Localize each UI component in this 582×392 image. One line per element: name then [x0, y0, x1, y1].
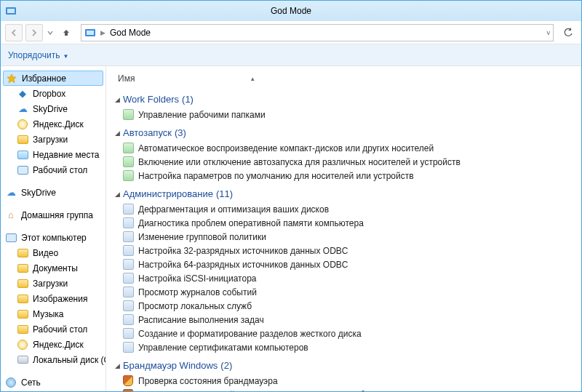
item-label: Управление рабочими папками: [138, 110, 266, 120]
yandex-icon: [17, 340, 28, 350]
admin-tool-icon: [122, 273, 134, 284]
item-label: Просмотр журналов событий: [138, 287, 257, 297]
list-item[interactable]: Изменение групповой политики: [115, 230, 581, 244]
list-item[interactable]: Просмотр локальных служб: [115, 299, 581, 313]
list-item[interactable]: Настройка параметров по умолчанию для но…: [115, 169, 581, 183]
desktop-icon: [17, 166, 28, 175]
sidebar-item-videos[interactable]: Видео: [1, 245, 105, 260]
shield-icon: [122, 389, 134, 392]
list-item[interactable]: Настройка 64-разрядных источников данных…: [115, 257, 581, 271]
address-dropdown[interactable]: v: [547, 29, 551, 36]
network-icon: [6, 377, 16, 388]
svg-rect-3: [87, 31, 94, 35]
item-label: Настройка параметров по умолчанию для но…: [138, 171, 414, 181]
admin-tool-icon: [122, 314, 134, 326]
shield-icon: [122, 375, 134, 387]
collapse-icon: ◢: [115, 191, 120, 198]
group-name: Work Folders: [123, 94, 179, 105]
item-label: Настройка 32-разрядных источников данных…: [138, 246, 348, 256]
list-item[interactable]: Проверка состояния брандмауэра: [115, 374, 581, 388]
folder-icon: [17, 135, 28, 144]
location-icon: [84, 27, 96, 39]
list-item[interactable]: Разрешение взаимодействовия с приложение…: [115, 388, 581, 391]
sidebar-item-yandex[interactable]: Яндекс.Диск: [1, 116, 105, 132]
up-button[interactable]: [57, 24, 75, 41]
item-label: Создание и форматирование разделов жестк…: [138, 329, 362, 339]
group-name: Автозапуск: [123, 127, 172, 138]
sidebar-item-desktop2[interactable]: Рабочий стол: [1, 321, 105, 337]
forward-button[interactable]: [25, 24, 43, 41]
item-label: Диагностика проблем оперативной памяти к…: [138, 218, 364, 228]
admin-tool-icon: [122, 287, 134, 298]
sidebar-favorites[interactable]: Избранное: [3, 71, 103, 86]
folder-icon: [17, 310, 28, 319]
refresh-button[interactable]: [559, 24, 577, 41]
list-item[interactable]: Управление рабочими папками: [115, 108, 581, 121]
list-item[interactable]: Управление сертификатами компьютеров: [115, 340, 581, 354]
items-view[interactable]: Имя ▴ ◢Work Folders (1)Управление рабочи…: [106, 66, 581, 391]
item-label: Настройка iSCSI-инициатора: [138, 273, 256, 284]
sidebar-item-yandex2[interactable]: Яндекс.Диск: [1, 337, 105, 352]
sidebar-homegroup[interactable]: ⌂Домашняя группа: [1, 207, 105, 223]
sidebar-item-music[interactable]: Музыка: [1, 306, 105, 321]
breadcrumb-item[interactable]: God Mode: [110, 28, 151, 38]
admin-tool-icon: [122, 328, 134, 340]
group-header[interactable]: ◢Work Folders (1): [115, 94, 581, 105]
sidebar-item-downloads2[interactable]: Загрузки: [1, 276, 105, 291]
list-item[interactable]: Автоматическое воспроизведение компакт-д…: [115, 141, 581, 155]
list-item[interactable]: Диагностика проблем оперативной памяти к…: [115, 216, 581, 230]
back-button[interactable]: [5, 24, 23, 41]
sidebar-item-skydrive[interactable]: ☁SkyDrive: [1, 101, 105, 116]
group-header[interactable]: ◢Брандмауэр Windows (2): [115, 360, 581, 371]
item-label: Разрешение взаимодействовия с приложение…: [138, 390, 446, 392]
window-icon: [5, 5, 17, 19]
group-header[interactable]: ◢Администрирование (11): [115, 188, 581, 199]
yandex-icon: [17, 119, 28, 129]
sidebar-item-desktop[interactable]: Рабочий стол: [1, 162, 105, 177]
control-panel-item-icon: [122, 143, 134, 154]
admin-tool-icon: [122, 300, 134, 312]
item-label: Автоматическое воспроизведение компакт-д…: [138, 143, 434, 153]
list-item[interactable]: Настройка 32-разрядных источников данных…: [115, 244, 581, 257]
item-label: Расписание выполнения задач: [138, 315, 264, 325]
admin-tool-icon: [122, 342, 134, 353]
sidebar-item-documents[interactable]: Документы: [1, 260, 105, 276]
svg-rect-1: [7, 9, 15, 13]
item-label: Управление сертификатами компьютеров: [138, 343, 308, 353]
list-item[interactable]: Создание и форматирование разделов жестк…: [115, 327, 581, 340]
address-bar[interactable]: ▶ God Mode v: [81, 24, 554, 41]
list-item[interactable]: Дефрагментация и оптимизация ваших диско…: [115, 202, 581, 216]
folder-icon: [17, 295, 28, 303]
sidebar-skydrive[interactable]: ☁SkyDrive: [1, 185, 105, 200]
titlebar[interactable]: God Mode: [1, 1, 581, 21]
recent-dropdown[interactable]: [46, 24, 55, 41]
item-label: Настройка 64-разрядных источников данных…: [138, 260, 348, 270]
homegroup-icon: ⌂: [5, 209, 17, 221]
sidebar-item-pictures[interactable]: Изображения: [1, 291, 105, 306]
sidebar-network[interactable]: Сеть: [1, 375, 105, 390]
group-header[interactable]: ◢Автозапуск (3): [115, 127, 581, 138]
svg-marker-4: [7, 74, 16, 83]
disk-icon: [17, 356, 28, 364]
admin-tool-icon: [122, 245, 134, 257]
item-label: Проверка состояния брандмауэра: [138, 376, 278, 386]
group-count: (2): [220, 360, 232, 371]
nav-pane[interactable]: Избранное ◆Dropbox ☁SkyDrive Яндекс.Диск…: [1, 66, 106, 391]
organize-menu[interactable]: Упорядочить▼: [8, 50, 68, 60]
folder-icon: [17, 264, 28, 273]
list-item[interactable]: Настройка iSCSI-инициатора: [115, 271, 581, 285]
sidebar-item-recent[interactable]: Недавние места: [1, 147, 105, 162]
list-item[interactable]: Расписание выполнения задач: [115, 313, 581, 327]
sidebar-item-localdisk[interactable]: Локальный диск (C: [1, 352, 105, 367]
star-icon: [6, 73, 17, 84]
nav-toolbar: ▶ God Mode v: [1, 21, 581, 44]
cloud-icon: ☁: [5, 187, 17, 199]
control-panel-item-icon: [122, 170, 134, 182]
sidebar-thispc[interactable]: Этот компьютер: [1, 230, 105, 245]
sidebar-item-downloads[interactable]: Загрузки: [1, 132, 105, 147]
list-item[interactable]: Просмотр журналов событий: [115, 285, 581, 299]
list-item[interactable]: Включение или отключение автозапуска для…: [115, 155, 581, 169]
item-label: Дефрагментация и оптимизация ваших диско…: [138, 204, 329, 215]
column-header[interactable]: Имя ▴: [115, 71, 581, 88]
sidebar-item-dropbox[interactable]: ◆Dropbox: [1, 86, 105, 101]
